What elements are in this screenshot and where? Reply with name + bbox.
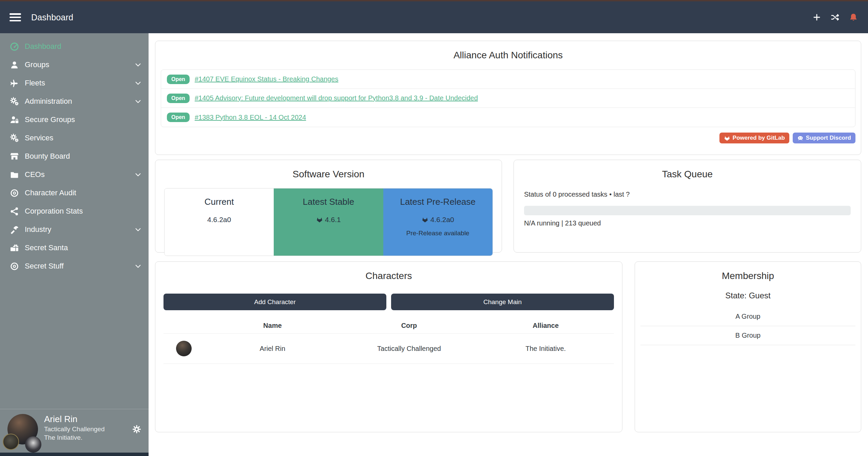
store-icon	[7, 152, 21, 161]
sidebar-item-dashboard[interactable]: Dashboard	[0, 37, 149, 56]
eye-icon	[7, 261, 21, 271]
software-version-panel: Software Version Current 4.6.2a0 Latest …	[155, 160, 502, 253]
sidebar-user-panel: Ariel Rin Tactically Challenged The Init…	[0, 409, 149, 452]
eye-icon	[7, 188, 21, 198]
membership-panel: Membership State: Guest A Group B Group	[635, 261, 861, 432]
add-character-button[interactable]: Add Character	[163, 294, 386, 310]
user-lock-icon	[7, 115, 21, 124]
status-badge: Open	[167, 94, 190, 103]
characters-table: Name Corp Alliance Ariel Rin Tactically …	[163, 318, 614, 364]
sidebar-item-label: Secret Santa	[25, 243, 68, 252]
sidebar-item-ceos[interactable]: CEOs	[0, 165, 149, 184]
corp-logo	[3, 434, 19, 450]
sidebar-item-industry[interactable]: Industry	[0, 220, 149, 239]
sidebar-item-label: Bounty Board	[25, 152, 70, 161]
task-queue-counts: N/A running | 213 queued	[524, 219, 851, 227]
sidebar-item-fleets[interactable]: Fleets	[0, 74, 149, 92]
plus-icon[interactable]	[812, 13, 821, 22]
sidebar-item-groups[interactable]: Groups	[0, 56, 149, 74]
chevron-down-icon	[134, 226, 142, 233]
gitlab-icon	[724, 135, 730, 141]
character-portrait	[176, 341, 192, 356]
chevron-down-icon	[134, 61, 142, 68]
status-badge: Open	[167, 113, 190, 122]
sidebar-item-character-audit[interactable]: Character Audit	[0, 184, 149, 202]
version-current: Current 4.6.2a0	[165, 189, 274, 256]
sidebar-item-secret-santa[interactable]: Secret Santa	[0, 239, 149, 257]
gear-icon[interactable]	[132, 425, 141, 434]
sidebar: Dashboard Groups Fleets	[0, 33, 149, 456]
page-title: Dashboard	[31, 13, 73, 22]
sidebar-item-label: Corporation Stats	[25, 207, 83, 216]
version-latest-prerelease: Latest Pre-Release 4.6.2a0 Pre-Release a…	[383, 189, 493, 256]
folder-icon	[7, 170, 21, 179]
chevron-down-icon	[134, 262, 142, 270]
table-row: Ariel Rin Tactically Challenged The Init…	[163, 333, 614, 364]
user-corp: Tactically Challenged	[44, 425, 143, 434]
sidebar-item-label: Secure Groups	[25, 115, 75, 124]
sidebar-item-label: Groups	[25, 60, 49, 69]
change-main-button[interactable]: Change Main	[391, 294, 614, 310]
sidebar-footer-strip	[0, 453, 149, 456]
notifications-title: Alliance Auth Notifications	[161, 50, 855, 61]
notification-link[interactable]: #1405 Advisory: Future development will …	[195, 94, 478, 102]
notifications-list: Open #1407 EVE Equinox Status - Breaking…	[161, 70, 855, 127]
sidebar-item-label: Services	[25, 134, 53, 142]
hammer-icon	[7, 225, 21, 234]
notifications-panel: Alliance Auth Notifications Open #1407 E…	[155, 41, 861, 155]
membership-title: Membership	[640, 271, 855, 281]
sidebar-item-secret-stuff[interactable]: Secret Stuff	[0, 257, 149, 275]
notification-item: Open #1405 Advisory: Future development …	[161, 89, 855, 108]
gauge-icon	[7, 42, 21, 51]
status-badge: Open	[167, 75, 190, 84]
characters-table-header: Name Corp Alliance	[163, 318, 614, 333]
task-progress-bar	[524, 206, 851, 215]
bell-icon[interactable]	[849, 13, 858, 22]
chevron-down-icon	[134, 98, 142, 105]
membership-groups: A Group B Group	[640, 307, 855, 345]
sidebar-item-services[interactable]: Services	[0, 129, 149, 147]
gitlab-icon	[422, 216, 428, 223]
notification-item: Open #1407 EVE Equinox Status - Breaking…	[161, 70, 855, 89]
characters-title: Characters	[163, 271, 614, 281]
gitlab-icon	[316, 216, 323, 223]
chevron-down-icon	[134, 171, 142, 178]
user-alliance: The Initiative.	[44, 433, 143, 442]
sidebar-item-bounty-board[interactable]: Bounty Board	[0, 147, 149, 165]
alliance-logo	[25, 436, 41, 453]
shuffle-icon[interactable]	[831, 13, 840, 22]
sidebar-item-label: CEOs	[25, 170, 45, 179]
characters-panel: Characters Add Character Change Main Nam…	[155, 261, 622, 432]
menu-toggle-icon[interactable]	[9, 13, 21, 21]
user-icon	[7, 60, 21, 70]
notification-link[interactable]: #1407 EVE Equinox Status - Breaking Chan…	[195, 75, 339, 83]
sidebar-item-label: Industry	[25, 225, 51, 234]
discord-icon	[797, 135, 804, 141]
sidebar-item-label: Fleets	[25, 79, 45, 87]
task-queue-panel: Task Queue Status of 0 processed tasks •…	[514, 160, 861, 253]
user-name: Ariel Rin	[44, 414, 143, 425]
version-latest-stable: Latest Stable 4.6.1	[274, 189, 383, 256]
sidebar-item-secure-groups[interactable]: Secure Groups	[0, 111, 149, 129]
cogs-icon	[7, 97, 21, 106]
notification-link[interactable]: #1383 Python 3.8 EOL - 14 Oct 2024	[195, 114, 306, 121]
notification-item: Open #1383 Python 3.8 EOL - 14 Oct 2024	[161, 108, 855, 127]
membership-state: State: Guest	[640, 291, 855, 300]
powered-by-gitlab-badge[interactable]: Powered by GitLab	[719, 133, 789, 143]
support-discord-badge[interactable]: Support Discord	[793, 133, 855, 143]
sidebar-item-label: Character Audit	[25, 189, 76, 197]
list-item: B Group	[640, 326, 855, 345]
cogs-icon	[7, 133, 21, 143]
sidebar-item-label: Secret Stuff	[25, 262, 64, 271]
fighter-jet-icon	[7, 78, 21, 88]
sidebar-item-corporation-stats[interactable]: Corporation Stats	[0, 202, 149, 220]
list-item: A Group	[640, 307, 855, 326]
software-version-title: Software Version	[164, 169, 493, 180]
task-queue-title: Task Queue	[524, 169, 851, 180]
sidebar-item-label: Administration	[25, 97, 72, 106]
main-content: Alliance Auth Notifications Open #1407 E…	[149, 33, 868, 456]
chevron-down-icon	[134, 79, 142, 87]
sidebar-item-administration[interactable]: Administration	[0, 92, 149, 111]
share-nodes-icon	[7, 206, 21, 216]
sidebar-item-label: Dashboard	[25, 42, 61, 51]
